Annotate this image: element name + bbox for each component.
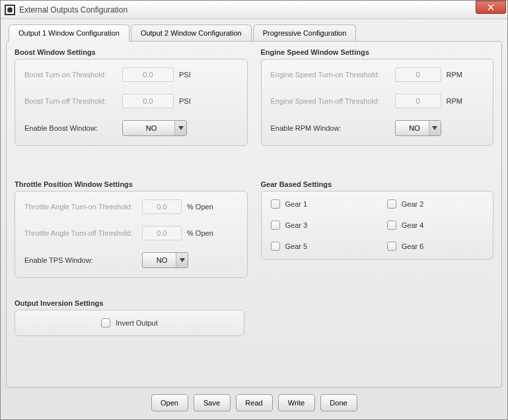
save-button[interactable]: Save: [194, 394, 231, 411]
gear-5-checkbox[interactable]: Gear 5: [271, 242, 367, 251]
tps-title: Throttle Position Window Settings: [15, 180, 248, 188]
tab-panel: Boost Window Settings Boost Turn-on Thre…: [6, 41, 502, 388]
checkbox-box: [271, 221, 280, 230]
boost-title: Boost Window Settings: [15, 48, 248, 56]
invert-label: Invert Output: [116, 319, 158, 327]
app-icon: [5, 5, 15, 15]
boost-enable-select[interactable]: NO: [122, 120, 187, 136]
boost-turn-off-input: [122, 94, 174, 108]
gear-section: Gear Based Settings Gear 1 Gear 2: [261, 180, 494, 278]
checkbox-box: [101, 318, 110, 328]
close-icon: [488, 4, 494, 11]
dialog-window: External Outputs Configuration Output 1 …: [0, 0, 508, 420]
gear-label: Gear 1: [285, 200, 308, 208]
boost-enable-label: Enable Boost Window:: [24, 124, 117, 132]
content-area: Output 1 Window Configuration Output 2 W…: [1, 19, 507, 419]
tps-turn-off-label: Throttle Angle Turn-off Threshold:: [24, 229, 137, 237]
tab-progressive[interactable]: Progressive Configuration: [253, 24, 357, 41]
window-title: External Outputs Configuration: [19, 5, 506, 15]
checkbox-box: [387, 221, 396, 230]
tab-label: Output 2 Window Configuration: [141, 29, 242, 37]
tab-label: Output 1 Window Configuration: [18, 29, 120, 37]
tps-enable-label: Enable TPS Window:: [24, 256, 137, 264]
close-button[interactable]: [476, 1, 506, 14]
tab-label: Progressive Configuration: [263, 29, 347, 37]
engine-unit: RPM: [447, 97, 476, 105]
tps-turn-on-input: [142, 199, 182, 214]
tab-strip: Output 1 Window Configuration Output 2 W…: [6, 24, 502, 41]
titlebar: External Outputs Configuration: [1, 1, 507, 19]
engine-turn-off-label: Engine Speed Turn-off Threshold:: [271, 97, 390, 105]
gear-6-checkbox[interactable]: Gear 6: [387, 242, 484, 251]
tab-output2[interactable]: Output 2 Window Configuration: [131, 24, 252, 41]
boost-turn-on-label: Boost Turn-on Threshold:: [24, 71, 117, 79]
read-button[interactable]: Read: [236, 394, 273, 411]
tps-unit: % Open: [187, 203, 221, 211]
engine-unit: RPM: [447, 71, 476, 79]
open-button[interactable]: Open: [151, 394, 188, 411]
done-button[interactable]: Done: [320, 394, 357, 411]
tps-section: Throttle Position Window Settings Thrott…: [15, 180, 248, 278]
gear-title: Gear Based Settings: [261, 180, 494, 188]
tps-enable-select[interactable]: NO: [142, 252, 188, 268]
boost-section: Boost Window Settings Boost Turn-on Thre…: [15, 48, 248, 146]
engine-turn-on-label: Engine Speed Turn-on Threshold:: [271, 71, 390, 79]
engine-fieldset: Engine Speed Turn-on Threshold: RPM Engi…: [261, 59, 494, 146]
tps-fieldset: Throttle Angle Turn-on Threshold: % Open…: [15, 191, 248, 278]
gear-fieldset: Gear 1 Gear 2 Gear 3: [261, 191, 494, 260]
gear-3-checkbox[interactable]: Gear 3: [271, 221, 367, 230]
engine-title: Engine Speed Window Settings: [261, 48, 494, 56]
tab-output1[interactable]: Output 1 Window Configuration: [9, 24, 129, 42]
tps-turn-off-input: [142, 226, 182, 240]
tps-unit: % Open: [187, 229, 221, 237]
gear-2-checkbox[interactable]: Gear 2: [387, 199, 484, 209]
boost-unit: PSI: [179, 97, 208, 105]
button-bar: Open Save Read Write Done: [6, 388, 502, 414]
checkbox-box: [387, 199, 396, 209]
boost-turn-on-input: [122, 67, 174, 82]
boost-unit: PSI: [179, 71, 208, 79]
engine-enable-select[interactable]: NO: [395, 120, 441, 136]
write-button[interactable]: Write: [278, 394, 315, 411]
chevron-down-icon: [176, 253, 188, 267]
chevron-down-icon: [429, 121, 441, 135]
engine-turn-off-input: [395, 94, 441, 108]
inversion-title: Output Inversion Settings: [15, 299, 244, 307]
gear-label: Gear 4: [402, 221, 424, 229]
gear-label: Gear 6: [402, 242, 424, 250]
engine-enable-label: Enable RPM Window:: [271, 124, 390, 132]
boost-turn-off-label: Boost Turn-off Threshold:: [24, 97, 117, 105]
invert-output-checkbox[interactable]: Invert Output: [101, 318, 158, 328]
checkbox-box: [387, 242, 396, 251]
tps-turn-on-label: Throttle Angle Turn-on Threshold:: [24, 203, 137, 211]
checkbox-box: [271, 199, 280, 209]
gear-label: Gear 3: [285, 221, 308, 229]
checkbox-box: [271, 242, 280, 251]
inversion-section: Output Inversion Settings Invert Output: [15, 299, 244, 336]
boost-fieldset: Boost Turn-on Threshold: PSI Boost Turn-…: [15, 59, 248, 146]
gear-1-checkbox[interactable]: Gear 1: [271, 199, 367, 209]
engine-turn-on-input: [395, 67, 441, 82]
gear-4-checkbox[interactable]: Gear 4: [387, 221, 484, 230]
gear-label: Gear 2: [402, 200, 424, 208]
inversion-fieldset: Invert Output: [15, 310, 244, 336]
chevron-down-icon: [174, 121, 186, 135]
gear-label: Gear 5: [285, 242, 308, 250]
engine-section: Engine Speed Window Settings Engine Spee…: [261, 48, 494, 146]
